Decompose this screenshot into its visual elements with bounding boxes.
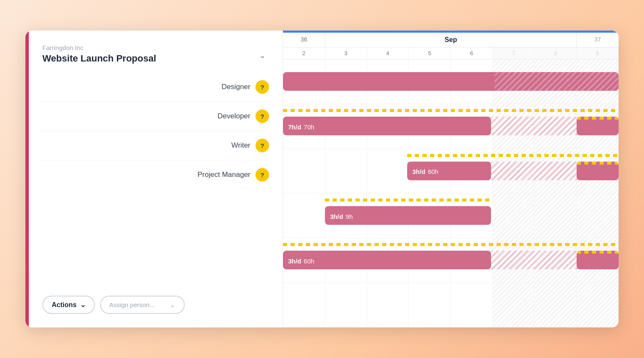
week-row: 36 Sep 37 [283, 33, 619, 48]
day-7: 7 [493, 48, 535, 59]
developer-far-stripe [577, 162, 619, 165]
pm-far-bar [577, 251, 619, 269]
developer-question-badge[interactable]: ? [255, 109, 269, 123]
designer-total-hours: 70h [304, 123, 314, 131]
roles-section: Designer ? Developer ? Writer ? Project … [25, 73, 283, 285]
developer-label: Developer [218, 112, 251, 120]
pm-task-bar[interactable]: 3h/d 60h [283, 251, 491, 269]
developer-total-hours: 60h [428, 168, 439, 175]
role-row-designer: Designer ? [39, 73, 269, 102]
pm-total-hours: 60h [304, 257, 314, 265]
project-header: Farringdon Inc Website Launch Proposal ⌄ [25, 31, 283, 73]
project-title: Website Launch Proposal [42, 53, 156, 64]
project-bar-hatch [494, 72, 619, 91]
day-9: 9 [577, 48, 619, 59]
project-accent-bar [25, 31, 29, 327]
left-panel: Farringdon Inc Website Launch Proposal ⌄… [25, 31, 283, 327]
week-36: 36 [283, 33, 325, 47]
designer-far-stripe [577, 117, 619, 120]
day-6: 6 [451, 48, 493, 59]
pm-hours-per-day: 3h/d [288, 257, 301, 265]
developer-task-bar[interactable]: 3h/d 60h [407, 162, 491, 180]
day-3: 3 [325, 48, 367, 59]
writer-gantt-row: 3h/d 9h [283, 193, 619, 238]
gantt-top-accent [283, 31, 619, 33]
pm-far-stripe [577, 251, 619, 254]
company-name: Farringdon Inc [42, 44, 156, 51]
writer-hours-per-day: 3h/d [330, 213, 343, 220]
day-8: 8 [535, 48, 577, 59]
writer-question-badge[interactable]: ? [255, 139, 269, 152]
developer-hours-per-day: 3h/d [412, 168, 425, 175]
main-card: Farringdon Inc Website Launch Proposal ⌄… [25, 31, 619, 327]
role-row-writer: Writer ? [39, 131, 269, 160]
project-bar [283, 72, 619, 91]
day-4: 4 [367, 48, 409, 59]
designer-task-bar[interactable]: 7h/d 70h [283, 117, 491, 135]
writer-yellow-stripe [325, 199, 491, 201]
actions-label: Actions [52, 301, 77, 309]
project-level-row [283, 59, 619, 104]
designer-hours-per-day: 7h/d [288, 123, 301, 131]
designer-far-bar [577, 117, 619, 135]
week-37: 37 [577, 33, 619, 47]
role-row-pm: Project Manager ? [39, 160, 269, 189]
designer-yellow-stripe [283, 109, 619, 112]
assign-person-label: Assign person... [109, 301, 155, 308]
assign-chevron-icon: ⌄ [170, 301, 175, 309]
pm-label: Project Manager [197, 171, 250, 179]
developer-gantt-row: 3h/d 60h [283, 149, 619, 193]
bottom-buttons: Actions ⌄ Assign person... ⌄ [25, 285, 283, 327]
actions-chevron-icon: ⌄ [80, 301, 86, 309]
pm-question-badge[interactable]: ? [255, 168, 269, 182]
assign-person-button[interactable]: Assign person... ⌄ [100, 296, 185, 314]
gantt-body: 7h/d 70h 3h/d 60h [283, 59, 619, 327]
writer-task-bar[interactable]: 3h/d 9h [325, 206, 491, 225]
day-row: 2 3 4 5 6 7 8 9 [283, 48, 619, 59]
developer-far-bar [577, 162, 619, 180]
developer-yellow-stripe [407, 154, 619, 157]
designer-question-badge[interactable]: ? [255, 80, 269, 94]
pm-gantt-row: 3h/d 60h [283, 238, 619, 282]
day-5: 5 [409, 48, 451, 59]
day-2: 2 [283, 48, 325, 59]
bottom-empty-row [283, 283, 619, 327]
pm-yellow-stripe [283, 243, 619, 246]
gantt-rows: 7h/d 70h 3h/d 60h [283, 59, 619, 327]
designer-label: Designer [222, 83, 250, 91]
collapse-button[interactable]: ⌄ [256, 48, 269, 64]
writer-label: Writer [231, 141, 250, 150]
gantt-panel: 36 Sep 37 2 3 4 5 6 7 8 9 [283, 31, 619, 327]
gantt-header: 36 Sep 37 2 3 4 5 6 7 8 9 [283, 31, 619, 59]
month-sep: Sep [325, 33, 577, 47]
role-row-developer: Developer ? [39, 102, 269, 131]
project-header-text: Farringdon Inc Website Launch Proposal [39, 44, 156, 64]
actions-button[interactable]: Actions ⌄ [42, 296, 95, 314]
designer-gantt-row: 7h/d 70h [283, 104, 619, 148]
writer-total-hours: 9h [346, 213, 353, 220]
